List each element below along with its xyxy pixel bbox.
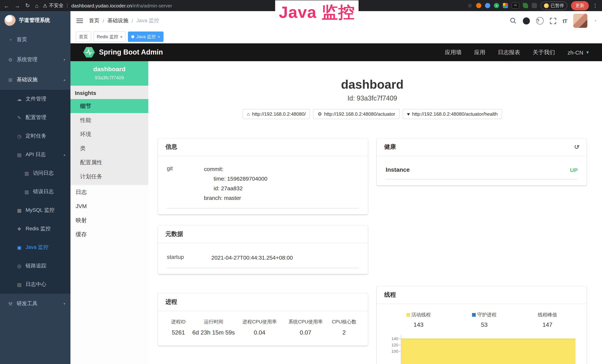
- actuator-url-button[interactable]: ⚙ http://192.168.0.2:48080/actuator: [313, 109, 399, 119]
- bookmark-star-icon[interactable]: ☆: [467, 2, 473, 9]
- service-url-button[interactable]: ⌂ http://192.168.0.2:48080/: [243, 109, 310, 119]
- security-warning-icon[interactable]: ⚠: [43, 3, 47, 8]
- sba-locale-select[interactable]: zh-CN ▼: [568, 49, 590, 55]
- chrome-menu-icon[interactable]: ⋮: [592, 3, 598, 9]
- sidebar-item-infra[interactable]: ⊞ 基础设施 ▴: [0, 70, 70, 90]
- paused-label: 已暂停: [551, 2, 564, 9]
- sidebar-item-file-manage[interactable]: ☁ 文件管理: [0, 90, 70, 108]
- sidebar-item-log-center[interactable]: ▤ 日志中心: [0, 275, 70, 294]
- security-warning-label: 不安全: [49, 2, 64, 9]
- menu-item-metrics[interactable]: 性能: [70, 113, 148, 127]
- sba-logo-icon: [83, 47, 95, 58]
- wrench-icon: ⚙: [318, 111, 322, 117]
- edit-icon: ✎: [16, 115, 22, 120]
- sidebar-item-api-logs[interactable]: ▤ API 日志 ▴: [0, 145, 70, 164]
- chevron-down-icon: ▼: [585, 50, 590, 54]
- menu-item-scheduled-tasks[interactable]: 计划任务: [70, 170, 148, 183]
- sidebar-item-redis-monitor[interactable]: ❖ Redis 监控: [0, 220, 70, 238]
- extension-icon-leaf[interactable]: [523, 3, 528, 8]
- breadcrumb-home[interactable]: 首页: [89, 17, 99, 24]
- menu-item-mappings[interactable]: 映射: [70, 213, 148, 227]
- monitor-icon: ⊞: [7, 77, 13, 83]
- search-icon[interactable]: [510, 17, 517, 24]
- sidebar-item-system[interactable]: ⚙ 系统管理 ▾: [0, 50, 70, 70]
- avatar-caret-icon[interactable]: ▾: [595, 19, 596, 23]
- health-url-button[interactable]: ♥ http://192.168.0.2:48080/actuator/heal…: [402, 109, 502, 119]
- sidebar-item-label: 访问日志: [33, 170, 54, 177]
- sba-nav-wall[interactable]: 应用墙: [445, 49, 462, 56]
- metadata-value: 2021-04-27T00:44:31.254+08:00: [211, 253, 293, 263]
- gear-icon: ⚙: [7, 57, 13, 63]
- sidebar-item-error-logs[interactable]: ▥ 错误日志: [0, 182, 70, 201]
- address-bar[interactable]: dashboard.yudao.iocoder.cn/infra/admin-s…: [71, 3, 172, 8]
- sidebar-item-tracing[interactable]: ◎ 链路追踪: [0, 257, 70, 275]
- sba-nav-about[interactable]: 关于我们: [533, 49, 555, 56]
- sidebar-item-label: 配置管理: [26, 114, 46, 121]
- tag-redis-monitor[interactable]: Redis 监控 ×: [93, 32, 126, 42]
- github-icon[interactable]: [523, 17, 530, 24]
- process-table: 进程ID 5261 运行时间 6d 23h 15m 59s: [167, 317, 359, 340]
- chrome-update-button[interactable]: 更新: [571, 1, 589, 10]
- screen: ← → ↻ ⌂ ⚠ 不安全 dashboard.yudao.iocoder.cn…: [0, 0, 602, 364]
- menu-item-logs[interactable]: 日志: [70, 185, 148, 199]
- reload-icon[interactable]: ↻: [25, 2, 30, 9]
- extension-icon-puzzle[interactable]: [532, 3, 537, 8]
- extension-icon-orange[interactable]: [476, 3, 481, 8]
- sidebar-item-label: 日志中心: [26, 281, 46, 288]
- help-icon[interactable]: ?: [536, 17, 544, 24]
- metadata-key: startup: [167, 253, 211, 263]
- sba-nav-applications[interactable]: 应用: [474, 49, 485, 56]
- database-icon: ▦: [16, 207, 22, 213]
- breadcrumb-section[interactable]: 基础设施: [108, 17, 128, 24]
- sidebar-item-access-logs[interactable]: ▥ 访问日志: [0, 164, 70, 182]
- sidebar-item-java-monitor[interactable]: ▣ Java 监控: [0, 238, 70, 257]
- extension-icon-switch-on[interactable]: on: [512, 3, 519, 9]
- fullscreen-icon[interactable]: [550, 18, 556, 24]
- profile-paused-chip[interactable]: 已暂停: [541, 1, 567, 10]
- extension-icon-grid[interactable]: [503, 3, 508, 8]
- sidebar-item-scheduled-jobs[interactable]: ◷ 定时任务: [0, 127, 70, 145]
- extension-icon-green-v[interactable]: v: [494, 3, 499, 8]
- home-icon[interactable]: ⌂: [35, 2, 38, 9]
- app-logo: [4, 15, 16, 26]
- sidebar-item-label: 研发工具: [17, 300, 37, 307]
- sidebar-item-mysql-monitor[interactable]: ▦ MySQL 监控: [0, 201, 70, 220]
- forward-icon[interactable]: →: [14, 2, 20, 9]
- close-icon[interactable]: ×: [158, 32, 160, 41]
- back-icon[interactable]: ←: [4, 2, 9, 9]
- sidebar-item-config-manage[interactable]: ✎ 配置管理: [0, 108, 70, 127]
- sidebar-item-home[interactable]: ◔ 首页: [0, 30, 70, 50]
- active-threads-area: [401, 339, 575, 364]
- close-icon[interactable]: ×: [120, 32, 123, 41]
- document-icon: ▥: [24, 189, 30, 194]
- url-host: dashboard.yudao.iocoder.cn: [71, 3, 132, 8]
- metadata-card: 元数据 startup 2021-04-27T00:44:31.254+08:0…: [158, 225, 368, 274]
- extension-icon-blue-drop[interactable]: [485, 3, 490, 8]
- health-card: 健康 ↺ Instance UP: [377, 138, 587, 185]
- menu-item-jvm[interactable]: JVM: [70, 199, 148, 213]
- menu-item-config-props[interactable]: 配置属性: [70, 155, 148, 170]
- sidebar-item-dev-tools[interactable]: ⚒ 研发工具 ▾: [0, 294, 70, 314]
- log-icon: ▤: [16, 152, 22, 157]
- hamburger-icon[interactable]: [76, 19, 83, 23]
- menu-item-caches[interactable]: 缓存: [70, 227, 148, 241]
- tag-java-monitor[interactable]: Java 监控 ×: [128, 32, 163, 42]
- daemon-threads-value: 53: [472, 321, 496, 328]
- instance-sidebar: dashboard 93a3fc7f7409 Insights 细节 性能 环境…: [70, 61, 148, 364]
- menu-item-details[interactable]: 细节: [70, 99, 148, 113]
- history-icon[interactable]: ↺: [573, 142, 580, 151]
- page-title: dashboard: [158, 77, 587, 92]
- sba-nav-journal[interactable]: 日志报表: [498, 49, 520, 56]
- tag-home[interactable]: 首页: [76, 32, 91, 42]
- menu-item-environment[interactable]: 环境: [70, 127, 148, 141]
- card-title: 线程: [384, 291, 396, 299]
- user-avatar[interactable]: [573, 14, 588, 28]
- breadcrumb: 首页 / 基础设施 / Java 监控: [89, 17, 159, 24]
- system-cpu-value: 0.07: [283, 329, 328, 336]
- font-size-icon[interactable]: tT: [563, 18, 567, 24]
- sba-brand[interactable]: Spring Boot Admin: [99, 48, 163, 56]
- sidebar-item-label: 系统管理: [17, 56, 37, 63]
- menu-item-classes[interactable]: 类: [70, 141, 148, 155]
- insights-section: Insights 细节 性能 环境 类 配置属性 计划任务: [70, 86, 148, 185]
- sidebar-item-label: 首页: [17, 36, 27, 43]
